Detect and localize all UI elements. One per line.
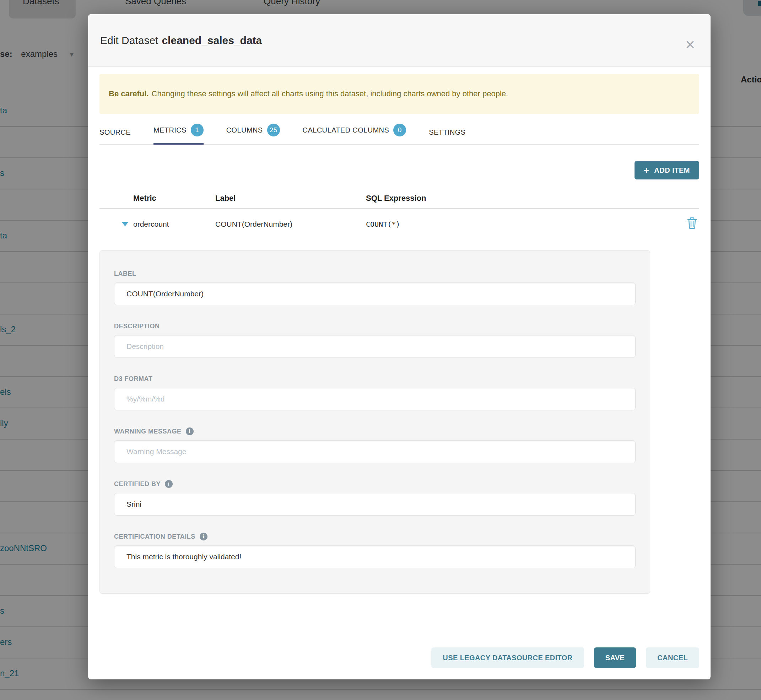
tab-columns-label: COLUMNS	[226, 126, 263, 134]
label-column-header: Label	[215, 194, 366, 203]
modal-header: Edit Datasetcleaned_sales_data ×	[88, 14, 711, 67]
tab-metrics[interactable]: METRICS 1	[153, 123, 203, 145]
certified-by-field: CERTIFIED BY i	[114, 480, 636, 516]
modal-tab-bar: SOURCE METRICS 1 COLUMNS 25 CALCULATED C…	[100, 122, 699, 145]
label-input[interactable]	[114, 283, 636, 305]
info-icon: i	[186, 427, 194, 435]
collapse-caret-icon[interactable]	[122, 222, 128, 227]
description-input[interactable]	[114, 335, 636, 358]
modal-title: Edit Datasetcleaned_sales_data	[100, 34, 262, 47]
add-item-button[interactable]: + ADD ITEM	[634, 161, 699, 180]
edit-dataset-modal: Edit Datasetcleaned_sales_data × Be care…	[88, 14, 711, 680]
use-legacy-datasource-editor-button[interactable]: USE LEGACY DATASOURCE EDITOR	[431, 647, 584, 668]
tab-source-label: SOURCE	[100, 128, 131, 136]
tab-calculated-columns-label: CALCULATED COLUMNS	[303, 126, 389, 134]
sql-expression-column-header: SQL Expression	[366, 194, 674, 203]
metric-name: ordercount	[133, 220, 215, 228]
tab-metrics-badge: 1	[191, 123, 203, 136]
tab-calculated-columns[interactable]: CALCULATED COLUMNS 0	[303, 123, 406, 145]
tab-calculated-columns-badge: 0	[393, 123, 406, 136]
description-field: DESCRIPTION	[114, 322, 636, 358]
close-icon[interactable]: ×	[685, 36, 695, 53]
plus-icon: +	[644, 166, 649, 175]
cancel-button[interactable]: CANCEL	[646, 647, 699, 668]
d3-format-field-label: D3 FORMAT	[114, 375, 636, 383]
warning-message-field-label: WARNING MESSAGE i	[114, 427, 636, 435]
label-field-label: LABEL	[114, 270, 636, 278]
metric-label: COUNT(OrderNumber)	[215, 220, 366, 228]
warning-message-input[interactable]	[114, 440, 636, 463]
certification-details-field: CERTIFICATION DETAILS i	[114, 533, 636, 568]
metric-column-header: Metric	[133, 194, 215, 203]
warning-message-field: WARNING MESSAGE i	[114, 427, 636, 463]
d3-format-input[interactable]	[114, 388, 636, 410]
certified-by-input[interactable]	[114, 493, 636, 516]
modal-footer: USE LEGACY DATASOURCE EDITOR SAVE CANCEL	[431, 647, 699, 668]
metrics-table: Metric Label SQL Expression ordercount C…	[100, 188, 699, 239]
metric-detail-panel: LABEL DESCRIPTION D3 FORMAT WARNING MESS…	[100, 250, 650, 594]
certification-details-field-label: CERTIFICATION DETAILS i	[114, 533, 636, 541]
warning-banner-text: Changing these settings will affect all …	[152, 89, 508, 98]
tab-columns[interactable]: COLUMNS 25	[226, 123, 280, 145]
tab-columns-badge: 25	[267, 123, 280, 136]
certified-by-field-label: CERTIFIED BY i	[114, 480, 636, 488]
tab-source[interactable]: SOURCE	[100, 128, 131, 145]
info-icon: i	[200, 533, 208, 541]
info-icon: i	[165, 480, 173, 488]
warning-banner: Be careful. Changing these settings will…	[100, 74, 699, 114]
tab-metrics-label: METRICS	[153, 126, 186, 134]
metrics-table-header: Metric Label SQL Expression	[100, 188, 699, 209]
warning-banner-bold: Be careful.	[109, 89, 149, 98]
metric-row: ordercount COUNT(OrderNumber) COUNT(*)	[100, 209, 699, 239]
dataset-name: cleaned_sales_data	[162, 34, 262, 46]
trash-icon[interactable]	[687, 217, 697, 231]
add-item-label: ADD ITEM	[654, 166, 690, 175]
d3-format-field: D3 FORMAT	[114, 375, 636, 410]
tab-settings-label: SETTINGS	[429, 128, 466, 136]
metric-sql-expression: COUNT(*)	[366, 220, 674, 228]
modal-title-prefix: Edit Dataset	[100, 34, 158, 46]
certification-details-input[interactable]	[114, 545, 636, 568]
description-field-label: DESCRIPTION	[114, 322, 636, 330]
label-field: LABEL	[114, 270, 636, 305]
save-button[interactable]: SAVE	[594, 647, 636, 668]
tab-settings[interactable]: SETTINGS	[429, 128, 466, 145]
